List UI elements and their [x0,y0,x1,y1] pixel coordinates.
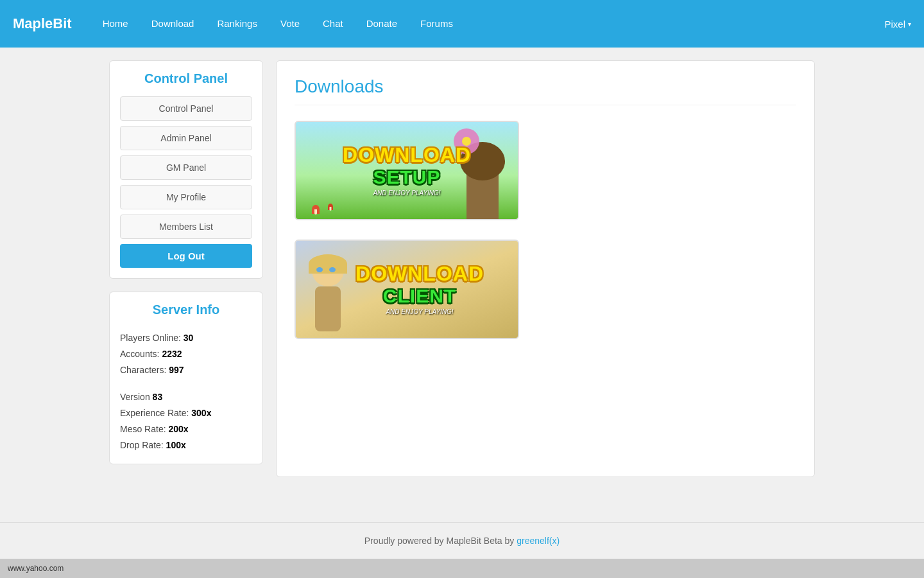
nav-chat[interactable]: Chat [311,0,355,48]
players-online-label: Players Online: [120,333,181,343]
username-label: Pixel [884,19,905,30]
nav-download[interactable]: Download [140,0,206,48]
exp-rate-label: Experience Rate: [120,408,189,418]
control-panel-title: Control Panel [120,71,252,86]
client-enjoy-label: AND ENJOY PLAYING! [355,308,484,315]
control-panel-box: Control Panel Control Panel Admin Panel … [109,60,263,279]
nav-rankings[interactable]: Rankings [205,0,269,48]
exp-rate-value: 300x [191,408,211,418]
footer-link[interactable]: greenelf(x) [517,536,560,546]
nav-home[interactable]: Home [91,0,140,48]
gm-panel-link[interactable]: GM Panel [120,155,252,180]
download-setup-image: DOWNLOAD SETUP AND ENJOY PLAYING! [295,121,519,220]
server-info-title: Server Info [120,302,252,317]
members-list-link[interactable]: Members List [120,215,252,239]
meso-rate-label: Meso Rate: [120,424,166,434]
setup-card-visual: DOWNLOAD SETUP AND ENJOY PLAYING! [296,122,518,219]
control-panel-link[interactable]: Control Panel [120,96,252,121]
drop-rate-label: Drop Rate: [120,440,164,450]
nav-forums[interactable]: Forums [409,0,465,48]
accounts-label: Accounts: [120,349,159,359]
client-download-label: DOWNLOAD [355,263,484,284]
server-stats: Players Online: 30 Accounts: 2232 Charac… [120,330,252,379]
download-setup-card[interactable]: DOWNLOAD SETUP AND ENJOY PLAYING! [295,121,796,220]
my-profile-link[interactable]: My Profile [120,185,252,209]
drop-rate-value: 100x [166,440,186,450]
download-client-image: DOWNLOAD CLIENT AND ENJOY PLAYING! [295,240,519,339]
version-label: Version [120,392,150,402]
page-title: Downloads [295,76,796,105]
server-rates: Version 83 Experience Rate: 300x Meso Ra… [120,389,252,454]
footer: Proudly powered by MapleBit Beta by gree… [0,522,924,559]
footer-text: Proudly powered by MapleBit Beta by [364,536,514,546]
meso-rate-value: 200x [168,424,188,434]
characters-label: Characters: [120,365,166,375]
user-dropdown[interactable]: Pixel ▾ [884,19,911,30]
brand-link[interactable]: MapleBit [13,15,72,32]
main-content: Downloads [276,60,815,477]
players-online-value: 30 [184,333,194,343]
nav-donate[interactable]: Donate [355,0,409,48]
caret-icon: ▾ [908,21,911,28]
status-url: www.yahoo.com [8,564,64,573]
setup-enjoy-label: AND ENJOY PLAYING! [343,189,471,197]
nav-links: Home Download Rankings Vote Chat Donate … [91,0,885,48]
navbar: MapleBit Home Download Rankings Vote Cha… [0,0,924,48]
sidebar: Control Panel Control Panel Admin Panel … [109,60,263,477]
logout-button[interactable]: Log Out [120,244,252,268]
server-info-box: Server Info Players Online: 30 Accounts:… [109,292,263,464]
client-card-visual: DOWNLOAD CLIENT AND ENJOY PLAYING! [296,241,518,338]
characters-value: 997 [169,365,184,375]
setup-setup-label: SETUP [343,168,471,187]
setup-download-label: DOWNLOAD [343,144,471,165]
download-client-card[interactable]: DOWNLOAD CLIENT AND ENJOY PLAYING! [295,240,796,339]
version-value: 83 [153,392,163,402]
admin-panel-link[interactable]: Admin Panel [120,126,252,150]
nav-vote[interactable]: Vote [269,0,311,48]
status-bar: www.yahoo.com [0,559,924,578]
accounts-value: 2232 [162,349,182,359]
client-client-label: CLIENT [355,286,484,306]
